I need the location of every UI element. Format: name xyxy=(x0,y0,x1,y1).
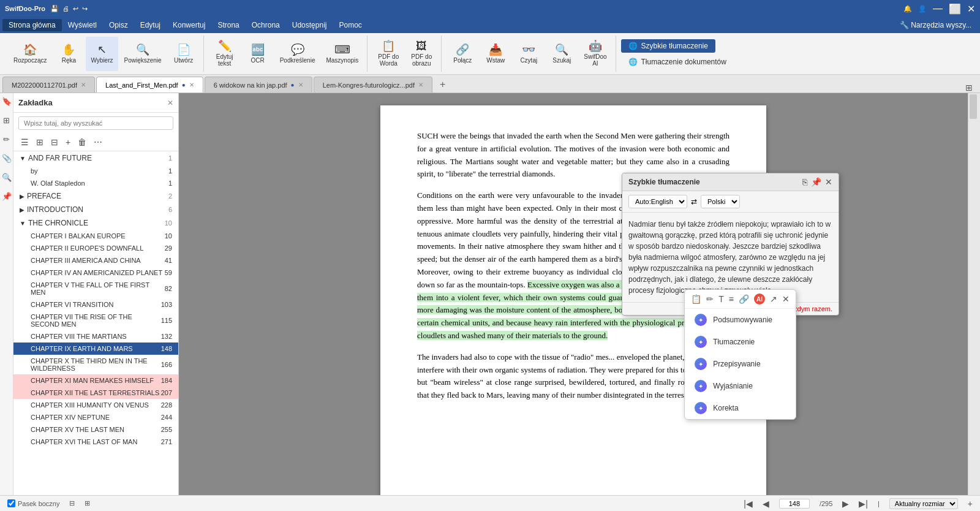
sidebar-item-ch9[interactable]: CHAPTER IX EARTH AND MARS 148 xyxy=(13,343,178,355)
attach-icon[interactable]: 📎 xyxy=(2,154,12,163)
tool-pdftoimg[interactable]: 🖼 PDF doobrazu xyxy=(405,37,437,71)
nav-first[interactable]: |◀ xyxy=(744,499,753,509)
qt-pin-icon[interactable]: 📌 xyxy=(811,177,821,187)
qt-target-lang[interactable]: Polski xyxy=(701,195,740,208)
ai-menu-explain[interactable]: ✦ Wyjaśnianie xyxy=(685,375,796,397)
tab-pdf4[interactable]: Lem-Kongres-futurologicz...pdf ✕ xyxy=(314,77,432,93)
tool-zoom[interactable]: 🔍 Powiększenie xyxy=(119,37,167,71)
qt-copy-icon[interactable]: ⎘ xyxy=(802,177,807,187)
sidebar-item-ch5[interactable]: CHAPTER V THE FALL OF THE FIRST MEN 82 xyxy=(13,279,178,298)
sidebar-item-ch14[interactable]: CHAPTER XIV NEPTUNE 244 xyxy=(13,411,178,423)
qt-swap-icon[interactable]: ⇄ xyxy=(691,197,697,206)
stamp-icon[interactable]: 📌 xyxy=(2,192,12,201)
menu-view[interactable]: Wyświetl xyxy=(62,19,103,31)
sidebar-add-btn[interactable]: + xyxy=(63,136,73,148)
nav-prev[interactable]: ◀ xyxy=(763,499,769,509)
tool-comment[interactable]: 💬 Podkreślenie xyxy=(275,37,320,71)
page-layout-icon1[interactable]: ⊟ xyxy=(69,499,75,507)
sidebar-item-ch15[interactable]: CHAPTER XV THE LAST MEN 255 xyxy=(13,423,178,436)
redo-icon[interactable]: ↪ xyxy=(82,5,88,13)
new-tab-btn[interactable]: + xyxy=(434,77,451,93)
sidebar-search-input[interactable] xyxy=(18,116,173,130)
ai-badge-icon[interactable]: AI xyxy=(754,293,765,305)
tool-search[interactable]: 🔍 Szukaj xyxy=(546,37,578,71)
ai-link-icon[interactable]: 🔗 xyxy=(739,294,749,304)
ai-menu-summarize[interactable]: ✦ Podsumowywanie xyxy=(685,309,796,331)
sidebar-item-ch11[interactable]: CHAPTER XI MAN REMAKES HIMSELF 184 xyxy=(13,374,178,387)
ai-close-icon[interactable]: ✕ xyxy=(782,294,790,304)
ai-highlight-icon[interactable]: ✏ xyxy=(706,294,714,304)
tool-maszynopis[interactable]: ⌨ Maszynopis xyxy=(321,37,363,71)
menu-convert[interactable]: Konwertuj xyxy=(167,19,211,31)
section-header-intro[interactable]: ▶ INTRODUCTION 6 xyxy=(13,203,178,216)
sidebar-item-ch13[interactable]: CHAPTER XIII HUMANITY ON VENUS 228 xyxy=(13,399,178,411)
sidebar-item-ch4[interactable]: CHAPTER IV AN AMERICANIZED PLANET 59 xyxy=(13,267,178,279)
ai-menu-translate[interactable]: ✦ Tłumaczenie xyxy=(685,331,796,353)
tab-pdf1[interactable]: M2022000112701.pdf ✕ xyxy=(2,77,95,93)
menu-share[interactable]: Udostępnij xyxy=(286,19,333,31)
search-panel-icon[interactable]: 🔍 xyxy=(2,173,12,182)
notification-icon[interactable]: 👤 xyxy=(918,5,927,13)
page-number-input[interactable] xyxy=(779,499,810,509)
window-close[interactable]: ✕ xyxy=(967,3,975,15)
qt-close-btn[interactable]: ✕ xyxy=(825,177,832,187)
qt-source-lang[interactable]: Auto:English xyxy=(628,195,687,208)
swift-translate-btn[interactable]: 🌐 Szybkie tłumaczenie xyxy=(621,39,715,53)
tool-ocr[interactable]: 🔤 OCR xyxy=(242,37,274,71)
sidebar-item-ch2[interactable]: CHAPTER II EUROPE'S DOWNFALL 29 xyxy=(13,242,178,254)
sidebar-item-ch6[interactable]: CHAPTER VI TRANSITION 103 xyxy=(13,298,178,311)
tool-create[interactable]: 📄 Utwórz xyxy=(168,37,200,71)
translate-doc-btn[interactable]: 🌐 Tłumaczenie dokumentów xyxy=(621,55,734,69)
nav-next[interactable]: ▶ xyxy=(842,499,849,509)
user-icon[interactable]: — xyxy=(933,3,943,14)
annotation-icon[interactable]: ✏ xyxy=(3,135,10,144)
tab-right-panel-toggle[interactable]: ⊞ xyxy=(960,83,978,93)
menu-help[interactable]: Pomoc xyxy=(333,19,368,31)
ai-text-icon[interactable]: T xyxy=(718,294,724,304)
sidebar-more-btn[interactable]: ⋯ xyxy=(91,136,105,148)
tool-select[interactable]: ↖ Wybierz xyxy=(86,37,118,71)
ai-copy-icon[interactable]: 📋 xyxy=(691,294,701,304)
scrollbar-thumb[interactable] xyxy=(970,94,977,119)
tool-edittext[interactable]: ✏️ Edytujtekst xyxy=(209,37,241,71)
sidebar-item-ch16[interactable]: CHAPTER XVI THE LAST OF MAN 271 xyxy=(13,436,178,448)
sidebar-item-ch3[interactable]: CHAPTER III AMERICA AND CHINA 41 xyxy=(13,254,178,267)
section-header-and-far-future[interactable]: ▼ AND FAR FUTURE 1 xyxy=(13,151,178,165)
menu-page[interactable]: Strona xyxy=(211,19,245,31)
sidebar-collapse-btn[interactable]: ⊟ xyxy=(48,136,61,148)
print-icon[interactable]: 🖨 xyxy=(62,5,69,12)
tool-swiftdoo-ai[interactable]: 🤖 SwifDooAI xyxy=(579,37,611,71)
tab-pdf2[interactable]: Last_and_First_Men.pdf ● ✕ xyxy=(96,77,203,93)
sidebar-delete-btn[interactable]: 🗑 xyxy=(75,136,89,148)
menu-describe[interactable]: Opisz xyxy=(103,19,134,31)
section-header-chronicle[interactable]: ▼ THE CHRONICLE 10 xyxy=(13,216,178,230)
menu-edit[interactable]: Edytuj xyxy=(134,19,167,31)
zoom-plus[interactable]: + xyxy=(968,499,973,509)
tool-hand[interactable]: ✋ Ręka xyxy=(53,37,85,71)
sidebar-item-by[interactable]: by 1 xyxy=(13,165,178,177)
sidebar-item-ch12[interactable]: CHAPTER XII THE LAST TERRESTRIALS 207 xyxy=(13,387,178,399)
sidebar-item-ch10[interactable]: CHAPTER X THE THIRD MEN IN THE WILDERNES… xyxy=(13,355,178,374)
tab-pdf3[interactable]: 6 widokow na kin jap.pdf ● ✕ xyxy=(205,77,312,93)
tab-pdf3-close[interactable]: ✕ xyxy=(298,81,303,88)
tool-read[interactable]: 👓 Czytaj xyxy=(513,37,545,71)
sidebar-list-btn[interactable]: ☰ xyxy=(18,136,31,148)
tab-pdf2-close[interactable]: ✕ xyxy=(189,81,194,88)
ai-menu-rewrite[interactable]: ✦ Przepisywanie xyxy=(685,353,796,375)
tool-home[interactable]: 🏠 Rozpoczącz xyxy=(9,37,51,71)
tab-pdf1-close[interactable]: ✕ xyxy=(81,81,86,88)
menu-tools[interactable]: 🔧 Narzędzia wyszу... xyxy=(894,19,978,31)
thumbnail-icon[interactable]: ⊞ xyxy=(3,116,10,125)
tool-insert[interactable]: 📥 Wstaw xyxy=(480,37,511,71)
sidebar-item-ch8[interactable]: CHAPTER VIII THE MARTIANS 132 xyxy=(13,330,178,343)
sidebar-item-ch1[interactable]: CHAPTER I BALKAN EUROPE 10 xyxy=(13,230,178,242)
ai-format-icon[interactable]: ≡ xyxy=(729,294,734,304)
window-minimize[interactable]: ⬜ xyxy=(949,3,961,15)
tool-combine[interactable]: 🔗 Połącz xyxy=(447,37,478,71)
menu-home[interactable]: Strona główna xyxy=(2,19,62,31)
zoom-select[interactable]: Aktualny rozmiar 50% 75% 100% 125% 150% xyxy=(889,498,958,509)
save-icon[interactable]: 💾 xyxy=(50,5,59,13)
tool-pdftodoc[interactable]: 📋 PDF doWorda xyxy=(372,37,404,71)
bookmark-panel-icon[interactable]: 🔖 xyxy=(2,97,12,106)
section-header-preface[interactable]: ▶ PREFACE 2 xyxy=(13,189,178,203)
